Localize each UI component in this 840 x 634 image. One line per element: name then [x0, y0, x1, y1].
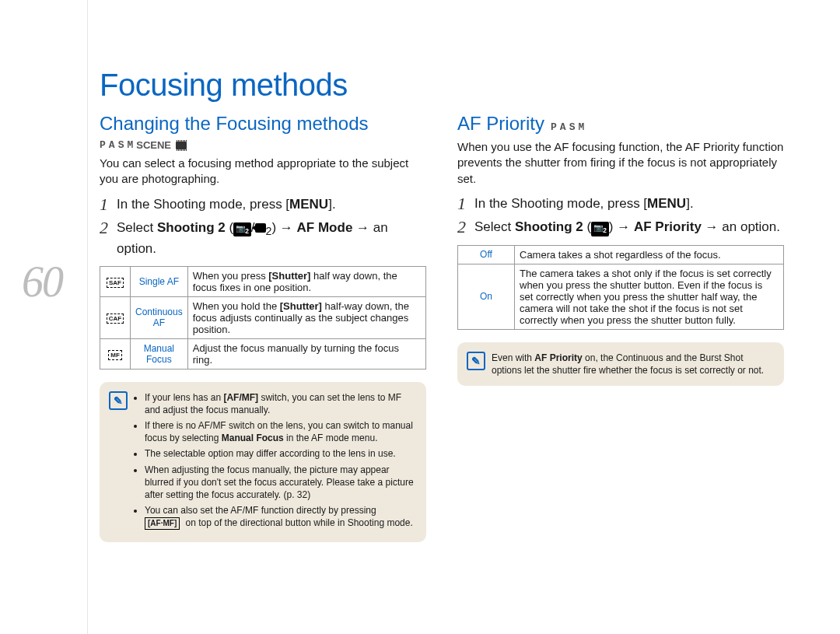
table-row: MF Manual Focus Adjust the focus manuall…	[100, 338, 426, 369]
note-icon: ✎	[467, 352, 485, 370]
side-margin	[87, 0, 88, 634]
mode-scene: SCENE	[136, 139, 171, 151]
step-text-bold: AF Priority	[634, 219, 702, 234]
note-box-left: ✎ If your lens has an [AF/MF] switch, yo…	[100, 382, 426, 542]
step-2-right: 2 Select Shooting 2 (📷2) → AF Priority →…	[457, 218, 784, 237]
option-desc: Adjust the focus manually by turning the…	[187, 338, 425, 369]
step-text-bold: AF Mode	[297, 220, 353, 235]
option-label: Single AF	[131, 266, 188, 296]
col-changing-focus: Changing the Focusing methods P A S M SC…	[100, 113, 426, 542]
step-number: 2	[457, 218, 474, 236]
option-label: Manual Focus	[131, 338, 188, 369]
step-number: 1	[457, 194, 474, 213]
step-text: .	[332, 197, 336, 212]
option-label: Continuous AF	[131, 296, 188, 338]
mode-m: M	[578, 121, 584, 133]
step-1-right: 1 In the Shooting mode, press [MENU].	[457, 194, 784, 213]
step-text: Select	[117, 220, 157, 235]
page-title: Focusing methods	[100, 68, 348, 103]
camera2-icon: 📷2	[233, 222, 251, 237]
table-row: Off Camera takes a shot regardless of th…	[458, 245, 784, 264]
option-label: On	[458, 264, 515, 329]
table-row: On The camera takes a shot only if the f…	[458, 264, 784, 329]
note-item: When adjusting the focus manually, the p…	[145, 464, 415, 502]
col-af-priority: AF Priority P A S M When you use the AF …	[457, 113, 784, 542]
step-text: Select	[474, 219, 515, 234]
step-text: (	[226, 220, 233, 235]
shutter-key: [Shutter]	[268, 270, 310, 282]
option-label: Off	[458, 245, 515, 264]
af-priority-table: Off Camera takes a shot regardless of th…	[457, 245, 784, 330]
note-text-bold: AF Priority	[534, 352, 582, 363]
option-desc: When you hold the	[193, 300, 280, 312]
note-item: If your lens has an [AF/MF] switch, you …	[145, 391, 415, 416]
heading-af-priority: AF Priority	[457, 113, 544, 135]
option-desc: The camera takes a shot only if the focu…	[515, 264, 784, 329]
mode-p: P	[551, 121, 557, 133]
shutter-key: [Shutter]	[280, 300, 322, 312]
step-text: → an option.	[702, 219, 780, 234]
mode-s: S	[118, 139, 124, 151]
step-text: ) →	[271, 220, 296, 235]
step-text-bold: Shooting 2	[515, 219, 583, 234]
mode-a: A	[560, 121, 566, 133]
step-text: ) →	[609, 219, 634, 234]
mode-list-right: P A S M	[551, 121, 584, 133]
saf-icon: SAF	[107, 278, 124, 288]
step-number: 1	[100, 195, 117, 214]
step-text: (	[583, 219, 591, 234]
caf-icon: CAF	[107, 313, 124, 324]
step-text: In the Shooting mode, press	[474, 196, 643, 211]
table-row: SAF Single AF When you press [Shutter] h…	[100, 266, 426, 296]
note-item: If there is no AF/MF switch on the lens,…	[145, 419, 415, 444]
menu-key: MENU	[289, 197, 328, 212]
note-text: Even with	[492, 352, 534, 363]
page-number: 60	[22, 257, 62, 306]
note-box-right: ✎ Even with AF Priority on, the Continuo…	[457, 342, 784, 386]
intro-left: You can select a focusing method appropr…	[100, 156, 426, 187]
intro-right: When you use the AF focusing function, t…	[457, 139, 784, 187]
note-item: You can also set the AF/MF function dire…	[145, 504, 415, 530]
step-1-left: 1 In the Shooting mode, press [MENU].	[100, 195, 426, 214]
step-2-left: 2 Select Shooting 2 (📷2/2) → AF Mode → a…	[100, 219, 426, 258]
option-desc: When you press	[193, 270, 269, 282]
note-item: The selectable option may differ accordi…	[145, 447, 415, 460]
mode-s: S	[569, 121, 576, 133]
mf-icon: MF	[108, 350, 122, 360]
option-desc: Camera takes a shot regardless of the fo…	[515, 245, 784, 264]
afmf-key: [AF·MF]	[145, 517, 180, 530]
table-row: CAF Continuous AF When you hold the [Shu…	[100, 296, 426, 338]
menu-key: MENU	[647, 196, 686, 211]
af-mode-table: SAF Single AF When you press [Shutter] h…	[100, 266, 426, 370]
heading-changing: Changing the Focusing methods	[100, 113, 426, 135]
mode-p: P	[100, 139, 106, 151]
mode-m: M	[127, 139, 133, 151]
step-text: .	[690, 196, 694, 211]
camera2-icon: 📷2	[591, 222, 609, 236]
step-number: 2	[100, 219, 117, 237]
step-text: In the Shooting mode, press	[117, 197, 285, 212]
step-text-bold: Shooting 2	[157, 220, 226, 235]
movie2-icon	[255, 223, 266, 233]
mode-a: A	[109, 139, 115, 151]
mode-list-left: P A S M SCENE	[100, 139, 426, 151]
movie-icon	[176, 142, 187, 149]
note-icon: ✎	[109, 391, 128, 410]
